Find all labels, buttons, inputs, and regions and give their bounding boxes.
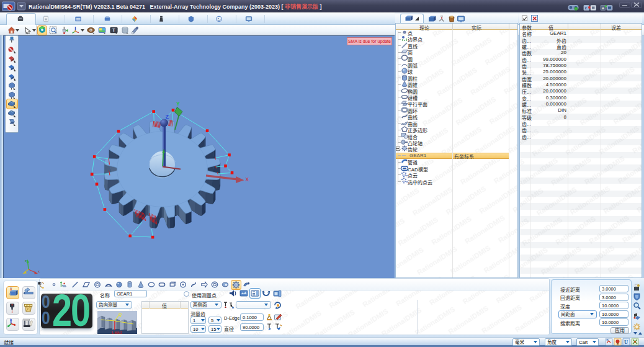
svg-text:X: X [246, 176, 249, 183]
svg-text:U: U [624, 339, 628, 345]
svg-text:Z: Z [166, 114, 169, 120]
svg-text:z: z [25, 259, 27, 263]
svg-text:Lead: Lead [112, 330, 122, 335]
svg-text:T: T [112, 27, 115, 33]
svg-text:Y: Y [176, 101, 180, 107]
svg-text:x: x [38, 269, 40, 273]
